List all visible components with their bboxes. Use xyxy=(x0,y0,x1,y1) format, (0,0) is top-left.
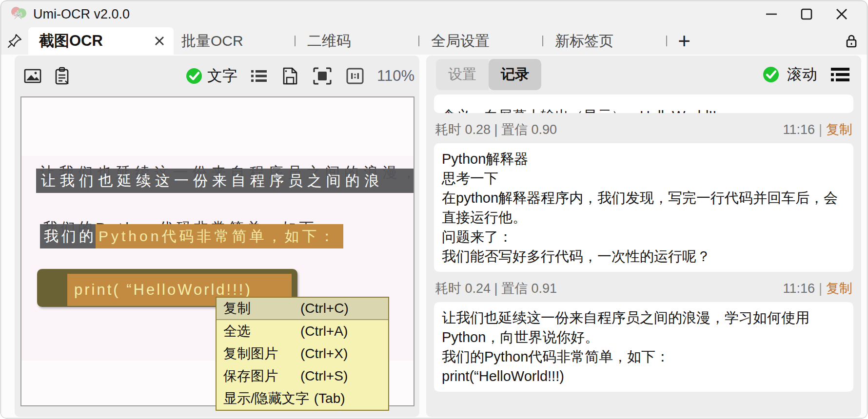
menu-item-shortcut: (Tab) xyxy=(314,391,345,406)
right-tab-group: 设置 记录 xyxy=(436,59,541,90)
close-icon xyxy=(835,7,848,21)
image-icon xyxy=(22,66,43,86)
record-copy-link[interactable]: 复制 xyxy=(826,121,852,138)
tab-records[interactable]: 记录 xyxy=(489,59,541,90)
paste-image-button[interactable] xyxy=(52,66,72,86)
fit-ratio-button[interactable] xyxy=(345,66,365,86)
app-icon xyxy=(10,5,27,23)
ocr-text-toggle[interactable]: 文字 xyxy=(185,66,237,86)
lock-button[interactable] xyxy=(836,27,867,55)
screenshot-button[interactable] xyxy=(312,66,333,86)
record-time: 11:16 xyxy=(783,281,815,296)
menu-item-label: 复制图片 xyxy=(223,344,300,363)
app-window: Umi-OCR v2.0.0 截图OCR xyxy=(0,0,868,419)
menu-item-label: 全选 xyxy=(223,322,300,341)
pin-button[interactable] xyxy=(1,27,28,55)
tab-batch-ocr[interactable]: 批量OCR xyxy=(174,27,295,55)
menu-item-copy[interactable]: 复制 (Ctrl+C) xyxy=(217,298,388,320)
ocr-selection-line2[interactable]: Python代码非常简单，如下： xyxy=(96,224,343,248)
menu-item-label: 显示/隐藏文字 xyxy=(223,389,309,408)
meta-separator: | xyxy=(819,122,822,137)
menu-item-toggle-text[interactable]: 显示/隐藏文字 (Tab) xyxy=(217,387,388,410)
tab-bar: 截图OCR 批量OCR 二维码 全局设置 新标签页 + xyxy=(1,27,867,55)
menu-item-copy-image[interactable]: 复制图片 (Ctrl+X) xyxy=(217,343,388,365)
aspect-ratio-icon xyxy=(345,66,365,86)
menu-item-label: 保存图片 xyxy=(223,367,300,385)
maximize-icon xyxy=(800,7,813,21)
list-icon xyxy=(249,67,269,85)
record-stats: 耗时 0.28 | 置信 0.90 xyxy=(435,121,557,138)
left-toolbar: 文字 xyxy=(15,56,419,96)
side-panel: 设置 记录 滚动 含 xyxy=(426,56,861,417)
menu-item-label: 复制 xyxy=(223,299,300,318)
screenshot-ocr-panel: 文字 xyxy=(15,56,419,417)
tab-label: 批量OCR xyxy=(181,31,243,51)
paste-icon xyxy=(52,66,72,86)
result-list-button[interactable] xyxy=(249,67,269,85)
open-image-button[interactable] xyxy=(22,66,43,86)
maximize-button[interactable] xyxy=(789,3,824,25)
tab-screenshot-ocr[interactable]: 截图OCR xyxy=(28,27,174,55)
tab-label: 截图OCR xyxy=(39,31,152,51)
menu-icon[interactable] xyxy=(828,65,851,84)
tab-label: 新标签页 xyxy=(555,31,613,51)
record-card: Python解释器 思考一下 在python解释器程序内，我们发现，写完一行代码… xyxy=(434,143,853,272)
tab-label: 二维码 xyxy=(307,31,351,51)
save-icon xyxy=(280,66,300,86)
record-meta-row: 耗时 0.28 | 置信 0.90 11:16 | 复制 xyxy=(435,121,852,138)
record-time: 11:16 xyxy=(783,122,815,137)
record-card-partial: 含义：向屏幕上输出（显示），HelloWorld!! xyxy=(434,95,853,113)
tab-settings[interactable]: 设置 xyxy=(436,59,489,90)
main-area: 文字 xyxy=(1,55,868,418)
scroll-check-icon[interactable] xyxy=(762,65,780,84)
tab-new-tab-page[interactable]: 新标签页 xyxy=(543,27,666,55)
check-icon xyxy=(185,67,203,85)
zoom-level[interactable]: 110% xyxy=(377,67,414,85)
record-copy-link[interactable]: 复制 xyxy=(826,280,852,297)
close-button[interactable] xyxy=(824,3,859,25)
lock-icon xyxy=(843,33,860,49)
tab-global-settings[interactable]: 全局设置 xyxy=(419,27,542,55)
tab-close-icon[interactable] xyxy=(152,34,167,48)
capture-icon xyxy=(312,66,333,86)
title-bar: Umi-OCR v2.0.0 xyxy=(1,1,867,27)
right-header: 设置 记录 滚动 xyxy=(426,56,861,94)
record-text: 含义：向屏幕上输出（显示），HelloWorld!! xyxy=(442,106,846,113)
menu-item-select-all[interactable]: 全选 (Ctrl+A) xyxy=(217,320,388,343)
ocr-overlay-line2-prefix[interactable]: 我们的 xyxy=(40,224,99,248)
record-meta-row: 耗时 0.24 | 置信 0.91 11:16 | 复制 xyxy=(435,280,852,297)
minimize-icon xyxy=(765,7,778,21)
window-title: Umi-OCR v2.0.0 xyxy=(33,7,130,22)
record-stats: 耗时 0.24 | 置信 0.91 xyxy=(435,280,557,297)
save-image-button[interactable] xyxy=(280,66,300,86)
pin-icon xyxy=(6,33,23,49)
tab-qrcode[interactable]: 二维码 xyxy=(296,27,418,55)
context-menu: 复制 (Ctrl+C) 全选 (Ctrl+A) 复制图片 (Ctrl+X) 保存… xyxy=(216,297,389,411)
scroll-toggle-label[interactable]: 滚动 xyxy=(787,64,817,85)
new-tab-button[interactable]: + xyxy=(667,27,701,55)
menu-item-save-image[interactable]: 保存图片 (Ctrl+S) xyxy=(217,365,388,387)
menu-item-shortcut: (Ctrl+C) xyxy=(300,301,349,316)
menu-item-shortcut: (Ctrl+S) xyxy=(300,368,348,384)
record-card: 让我们也延续这一份来自程序员之间的浪漫，学习如何使用Python，向世界说你好。… xyxy=(434,302,853,392)
ocr-toggle-label: 文字 xyxy=(207,66,237,86)
menu-item-shortcut: (Ctrl+X) xyxy=(300,346,348,362)
minimize-button[interactable] xyxy=(754,3,789,25)
meta-separator: | xyxy=(819,281,822,296)
records-list[interactable]: 含义：向屏幕上输出（显示），HelloWorld!! 耗时 0.28 | 置信 … xyxy=(434,95,853,416)
ocr-overlay-line1[interactable]: 让我们也延续这一份来自程序员之间的浪 xyxy=(36,169,414,193)
tab-label: 全局设置 xyxy=(431,31,490,51)
menu-item-shortcut: (Ctrl+A) xyxy=(300,324,348,339)
